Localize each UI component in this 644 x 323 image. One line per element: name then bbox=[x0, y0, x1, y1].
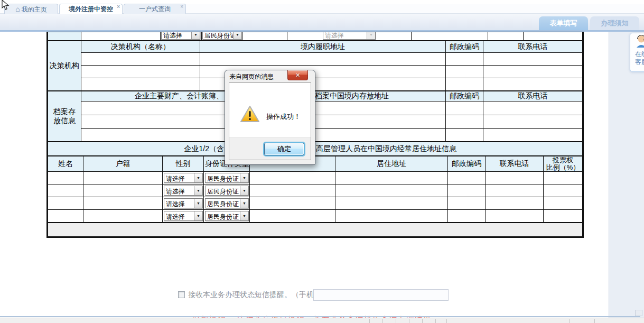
empty-input-cell[interactable] bbox=[242, 32, 287, 41]
empty-input-cell[interactable] bbox=[448, 172, 486, 184]
empty-input-cell[interactable] bbox=[83, 172, 163, 184]
tab-close-icon[interactable]: × bbox=[180, 4, 183, 10]
idtype-select[interactable]: 居民身份证▼ bbox=[205, 173, 249, 183]
column-header: 境内履职地址 bbox=[200, 41, 446, 53]
gender-select[interactable]: 请选择▼ bbox=[164, 198, 203, 208]
footer-spacer-cell bbox=[48, 223, 583, 237]
gender-select[interactable]: 请选择▼ bbox=[164, 186, 203, 196]
empty-input-cell[interactable] bbox=[250, 172, 335, 184]
service-label-line2: 客服 bbox=[630, 58, 644, 66]
empty-input-cell[interactable] bbox=[544, 210, 583, 223]
empty-input-cell[interactable] bbox=[483, 66, 583, 78]
browser-tab-bar: ⌂我的主页 境外注册中资控 × 一户式查询 × bbox=[0, 4, 644, 14]
empty-input-cell[interactable] bbox=[448, 210, 486, 223]
residence-table: 姓名 户籍 性别 身份证件类型 居住地址 邮政编码 联系电话 投票权 比例（%）… bbox=[48, 156, 583, 223]
dialog-panel: 操作成功！ 确定 bbox=[229, 82, 311, 160]
gender-select[interactable]: 请选择▼ bbox=[164, 211, 203, 221]
empty-input-cell[interactable] bbox=[483, 101, 583, 115]
empty-input-cell[interactable] bbox=[335, 172, 448, 184]
empty-input-cell[interactable] bbox=[446, 115, 483, 129]
gender-select-cell: 请选择▼ bbox=[163, 197, 204, 210]
empty-input-cell[interactable] bbox=[486, 197, 544, 210]
empty-input-cell[interactable] bbox=[446, 101, 483, 115]
empty-input-cell[interactable] bbox=[48, 197, 83, 210]
gender-select[interactable]: 请选择▼ bbox=[161, 32, 200, 40]
empty-input-cell[interactable] bbox=[48, 184, 83, 197]
tab-label: 一户式查询 bbox=[132, 5, 178, 13]
ok-button[interactable]: 确定 bbox=[264, 143, 304, 155]
empty-input-cell[interactable] bbox=[83, 197, 163, 210]
column-header: 姓名 bbox=[48, 156, 83, 172]
tab-one-stop-query[interactable]: 一户式查询 × bbox=[124, 4, 186, 14]
empty-input-cell[interactable] bbox=[446, 66, 483, 78]
phone-number-input[interactable] bbox=[313, 289, 449, 301]
tab-close-icon[interactable]: × bbox=[117, 4, 120, 10]
empty-input-cell[interactable] bbox=[448, 184, 486, 197]
empty-input-cell[interactable] bbox=[335, 184, 448, 197]
tab-notice[interactable]: 办理须知 bbox=[590, 16, 639, 30]
column-header: 联系电话 bbox=[483, 41, 583, 53]
empty-input-cell[interactable] bbox=[486, 210, 544, 223]
chevron-down-icon: ▼ bbox=[240, 199, 248, 208]
empty-input-cell[interactable] bbox=[446, 129, 483, 142]
empty-input-cell[interactable] bbox=[83, 210, 163, 223]
column-header-vote-ratio: 投票权 比例（%） bbox=[544, 156, 583, 172]
empty-input-cell[interactable] bbox=[486, 172, 544, 184]
table-row: 请选择▼ 居民身份证▼ bbox=[48, 184, 583, 197]
column-header: 联系电话 bbox=[486, 156, 544, 172]
close-icon: ✕ bbox=[295, 72, 300, 78]
sms-checkbox[interactable] bbox=[178, 291, 185, 298]
disabled-select[interactable]: 请选择▼ bbox=[323, 32, 376, 40]
empty-input-cell[interactable] bbox=[81, 53, 200, 66]
empty-input-cell[interactable] bbox=[483, 115, 583, 129]
home-icon: ⌂ bbox=[15, 5, 20, 13]
empty-input-cell[interactable] bbox=[250, 197, 335, 210]
chevron-down-icon: ▼ bbox=[233, 32, 241, 40]
idtype-select-cell: 居民身份证▼ bbox=[204, 210, 250, 223]
mouse-cursor-icon bbox=[1, 0, 10, 11]
tab-overseas-registration[interactable]: 境外注册中资控 × bbox=[59, 4, 123, 14]
empty-input-cell[interactable] bbox=[524, 32, 583, 41]
empty-input-cell[interactable] bbox=[335, 210, 448, 223]
chevron-down-icon: ▼ bbox=[367, 32, 375, 40]
empty-input-cell[interactable] bbox=[446, 78, 483, 91]
empty-input-cell[interactable] bbox=[483, 53, 583, 66]
tab-my-homepage[interactable]: ⌂我的主页 bbox=[4, 4, 58, 14]
horizontal-scrollbar[interactable] bbox=[0, 318, 644, 323]
empty-input-cell[interactable] bbox=[81, 32, 161, 41]
empty-input-cell[interactable] bbox=[81, 78, 200, 91]
column-header: 联系电话 bbox=[483, 91, 583, 101]
empty-input-cell[interactable] bbox=[83, 184, 163, 197]
idtype-select[interactable]: 居民身份证▼ bbox=[205, 186, 249, 196]
idtype-select[interactable]: 居民身份证▼ bbox=[202, 32, 242, 40]
table-row: 请选择▼ 居民身份证▼ bbox=[48, 197, 583, 210]
empty-input-cell[interactable] bbox=[448, 197, 486, 210]
service-label-line1: 在线 bbox=[630, 50, 644, 58]
empty-input-cell[interactable] bbox=[488, 32, 524, 41]
empty-input-cell[interactable] bbox=[412, 32, 488, 41]
online-service-widget[interactable]: 在线 客服 bbox=[630, 33, 644, 72]
empty-input-cell[interactable] bbox=[250, 184, 335, 197]
idtype-select[interactable]: 居民身份证▼ bbox=[205, 198, 249, 208]
empty-input-cell[interactable] bbox=[81, 66, 200, 78]
tab-form-fill[interactable]: 表单填写 bbox=[539, 16, 588, 30]
empty-input-cell[interactable] bbox=[544, 197, 583, 210]
empty-input-cell[interactable] bbox=[483, 78, 583, 91]
empty-input-cell[interactable] bbox=[544, 184, 583, 197]
customer-service-avatar-icon bbox=[634, 34, 644, 48]
empty-input-cell[interactable] bbox=[250, 210, 335, 223]
empty-input-cell[interactable] bbox=[446, 53, 483, 66]
gender-select[interactable]: 请选择▼ bbox=[164, 173, 203, 183]
empty-input-cell[interactable] bbox=[48, 172, 83, 184]
dialog-footer: 确定 bbox=[229, 137, 311, 160]
empty-input-cell[interactable] bbox=[544, 172, 583, 184]
empty-input-cell[interactable] bbox=[48, 210, 83, 223]
chevron-down-icon: ▼ bbox=[194, 211, 202, 220]
empty-input-cell[interactable] bbox=[200, 53, 446, 66]
empty-input-cell[interactable] bbox=[335, 197, 448, 210]
empty-input-cell[interactable] bbox=[486, 184, 544, 197]
idtype-select[interactable]: 居民身份证▼ bbox=[205, 211, 249, 221]
empty-input-cell[interactable] bbox=[483, 129, 583, 142]
dialog-close-button[interactable]: ✕ bbox=[287, 70, 308, 80]
sms-reminder-row: 接收本业务办理状态短信提醒。（手机号码） bbox=[178, 290, 336, 302]
